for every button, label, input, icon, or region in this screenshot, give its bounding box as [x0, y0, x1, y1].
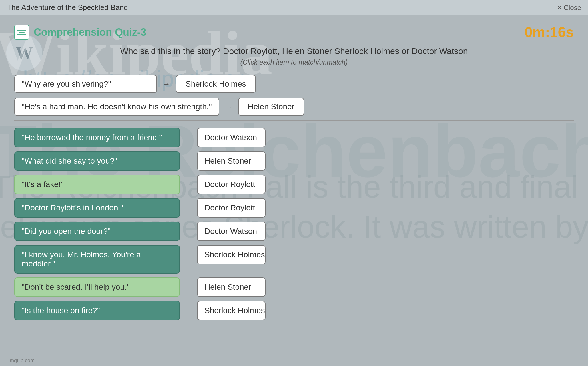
question-hint: (Click each item to match/unmatch) [14, 58, 574, 66]
grid-name-5[interactable]: Sherlock Holmes [197, 245, 266, 264]
grid-quote-3[interactable]: "Doctor Roylott's in London." [14, 198, 180, 218]
matched-quote-1[interactable]: "Why are you shivering?" [14, 75, 157, 93]
grid-quote-5[interactable]: "I know you, Mr. Holmes. You're a meddle… [14, 245, 180, 274]
grid-quote-2[interactable]: "It's a fake!" [14, 175, 180, 194]
question-text: Who said this in the story? Doctor Roylo… [14, 46, 574, 56]
grid-quote-1[interactable]: "What did she say to you?" [14, 151, 180, 171]
header-row: Comprehension Quiz-3 0m:16s [14, 24, 574, 41]
grid-quote-7[interactable]: "Is the house on fire?" [14, 301, 180, 320]
arrow-icon-1: → [163, 80, 170, 89]
icon-line-3 [17, 34, 26, 35]
grid-name-1[interactable]: Helen Stoner [197, 151, 266, 171]
close-label: Close [564, 4, 581, 12]
grid-quote-6[interactable]: "Don't be scared. I'll help you." [14, 277, 180, 297]
quiz-title: Comprehension Quiz-3 [34, 26, 146, 38]
section-divider [14, 120, 574, 121]
grid-name-3[interactable]: Doctor Roylott [197, 198, 266, 218]
quiz-icon [14, 25, 29, 40]
title-bar: The Adventure of the Speckled Band ✕ Clo… [0, 0, 588, 15]
matched-pair-1: "Why are you shivering?" → Sherlock Holm… [14, 75, 574, 93]
icon-line-1 [17, 30, 26, 31]
matched-pairs-section: "Why are you shivering?" → Sherlock Holm… [14, 75, 574, 116]
grid-name-6[interactable]: Helen Stoner [197, 277, 266, 297]
matched-pair-2: "He's a hard man. He doesn't know his ow… [14, 98, 574, 116]
main-window: The Adventure of the Speckled Band ✕ Clo… [0, 0, 588, 366]
matched-name-1[interactable]: Sherlock Holmes [176, 75, 256, 93]
window-title: The Adventure of the Speckled Band [7, 3, 128, 12]
grid-quote-0[interactable]: "He borrowed the money from a friend." [14, 128, 180, 147]
content-area: Comprehension Quiz-3 0m:16s Who said thi… [0, 15, 588, 329]
credits: imgflip.com [9, 358, 35, 364]
matched-name-2[interactable]: Helen Stoner [238, 98, 304, 116]
close-button[interactable]: ✕ Close [557, 4, 581, 12]
close-icon: ✕ [557, 4, 562, 11]
grid-quote-4[interactable]: "Did you open the door?" [14, 222, 180, 241]
grid-name-2[interactable]: Doctor Roylott [197, 175, 266, 194]
grid-name-4[interactable]: Doctor Watson [197, 222, 266, 241]
grid-name-0[interactable]: Doctor Watson [197, 128, 266, 147]
matching-grid: "He borrowed the money from a friend." D… [14, 128, 574, 320]
quiz-title-group: Comprehension Quiz-3 [14, 25, 146, 40]
arrow-icon-2: → [225, 102, 232, 111]
icon-line-2 [19, 32, 25, 33]
matched-quote-2[interactable]: "He's a hard man. He doesn't know his ow… [14, 98, 219, 116]
grid-name-7[interactable]: Sherlock Holmes [197, 301, 266, 320]
timer-display: 0m:16s [525, 24, 574, 41]
